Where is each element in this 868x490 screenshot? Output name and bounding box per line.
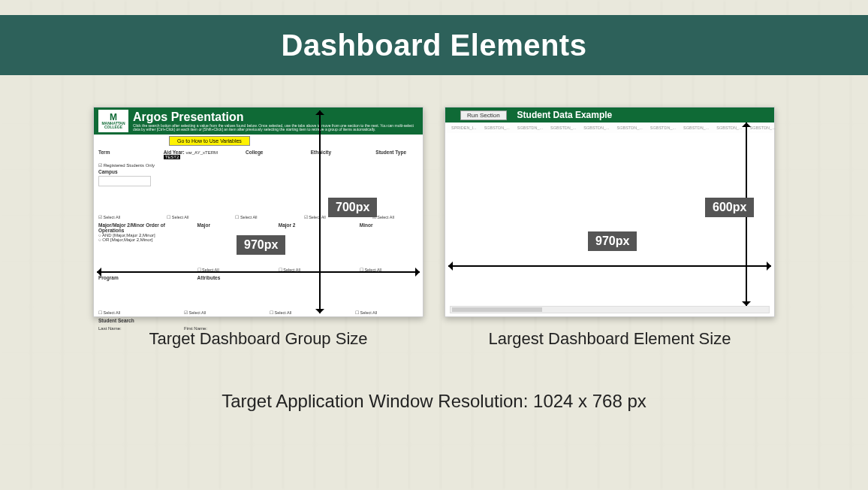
select-all-10[interactable]: Select All [189,310,206,315]
slide-title-bar: Dashboard Elements [0,15,868,75]
select-all-5[interactable]: Select All [377,215,394,219]
label-student-type: Student Type [375,150,406,155]
manhattan-college-logo: M MANHATTAN COLLEGE [98,110,128,132]
panels-row: M MANHATTAN COLLEGE Argos Presentation C… [0,107,868,349]
aid-year-value2: TEST2 [164,155,181,159]
label-minor: Minor [360,222,373,228]
select-all-4[interactable]: Select All [309,215,326,219]
label-ethnicity: Ethnicity [311,150,331,155]
select-all-1[interactable]: Select All [104,215,121,219]
col-5: SGBSTDN_... [617,126,643,130]
right-width-label: 970px [588,231,637,251]
select-all-9[interactable]: Select All [104,310,121,315]
student-header: Run Section Student Data Example [445,107,774,122]
left-height-label: 700px [328,198,377,217]
col-3: SGBSTDN_... [550,126,576,130]
left-width-label: 970px [237,235,285,255]
op-or[interactable]: OR [Major,Major 2,Minor] [102,237,152,242]
left-vertical-dimension-arrow [319,110,321,313]
label-major-header: Major/Major 2/Minor Order of Operations [98,222,175,233]
label-aid-year: Aid Year: [164,150,185,155]
right-height-label: 600px [705,198,754,217]
argos-title: Argos Presentation [133,110,418,124]
label-major2: Major 2 [279,222,296,228]
col-2: SGBSTDN_... [517,126,543,130]
select-all-11[interactable]: Select All [275,310,292,315]
dashboard-element-screenshot: Run Section Student Data Example SPRIDEN… [445,107,775,317]
label-term: Term [98,150,110,155]
run-section-button[interactable]: Run Section [460,110,507,120]
col-4: SGBSTDN_... [583,126,609,130]
label-campus: Campus [98,169,418,174]
col-6: SGBSTDN_... [650,126,676,130]
label-attributes: Attributes [197,275,221,280]
select-all-2[interactable]: Select All [172,215,189,219]
argos-header: M MANHATTAN COLLEGE Argos Presentation C… [94,107,423,135]
col-1: SGBSTDN_... [484,126,510,130]
how-to-use-variables-button[interactable]: Go to How to Use Variables [169,136,250,146]
select-all-12[interactable]: Select All [360,310,378,315]
col-7: SGBSTDN_... [683,126,709,130]
col-8: SGBSTDN_... [716,126,742,130]
label-registered-only[interactable]: Registered Students Only [104,163,155,168]
label-last-name: Last Name: [98,326,122,331]
slide-title: Dashboard Elements [282,29,587,62]
student-data-title: Student Data Example [517,110,613,120]
horizontal-scrollbar[interactable] [450,306,770,313]
col-0: SPRIDEN_I... [451,126,477,130]
campus-input[interactable] [98,176,151,186]
label-student-search: Student Search [98,318,418,323]
columns-row: SPRIDEN_I... SGBSTDN_... SGBSTDN_... SGB… [445,122,774,133]
label-program: Program [98,275,119,280]
dashboard-group-screenshot: M MANHATTAN COLLEGE Argos Presentation C… [93,107,423,317]
logo-line2: COLLEGE [104,126,122,129]
footer-resolution-note: Target Application Window Resolution: 10… [0,391,868,412]
argos-subtitle: Click the search button after selecting … [133,124,418,132]
right-horizontal-dimension-arrow [448,265,771,267]
left-panel-wrap: M MANHATTAN COLLEGE Argos Presentation C… [93,107,423,349]
label-first-name: First Name: [184,326,207,331]
right-panel-wrap: Run Section Student Data Example SPRIDEN… [445,107,775,349]
left-horizontal-dimension-arrow [97,271,420,273]
label-college: College [246,150,263,155]
col-9: SGBSTDN_... [750,126,776,130]
select-all-3[interactable]: Select All [240,215,258,219]
label-major: Major [197,222,210,228]
scrollbar-thumb[interactable] [452,307,542,312]
right-caption: Largest Dashboard Element Size [445,329,775,349]
aid-year-value: var_AY_xTERM [185,150,218,155]
